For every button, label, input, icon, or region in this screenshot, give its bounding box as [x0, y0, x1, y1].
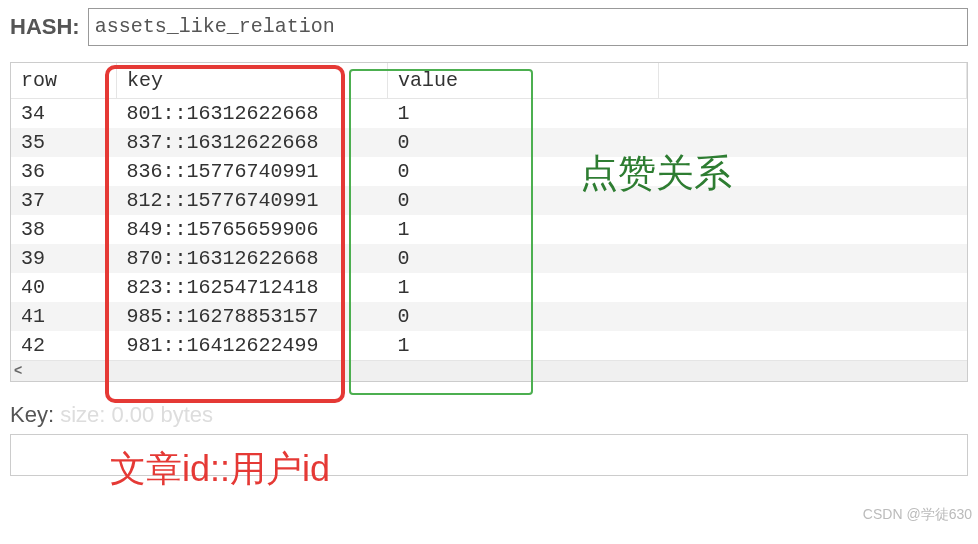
cell-key: 981::16412622499	[117, 331, 388, 360]
cell-value: 0	[388, 244, 659, 273]
cell-row: 34	[11, 99, 117, 129]
watermark: CSDN @学徒630	[863, 506, 972, 524]
column-header-key[interactable]: key	[117, 63, 388, 99]
annotation-id-format: 文章id::用户id	[110, 445, 330, 494]
cell-key: 801::16312622668	[117, 99, 388, 129]
cell-empty	[659, 331, 967, 360]
cell-value: 1	[388, 331, 659, 360]
hash-input[interactable]	[88, 8, 968, 46]
column-header-empty	[659, 63, 967, 99]
table-row[interactable]: 37812::157767409910	[11, 186, 967, 215]
cell-key: 836::15776740991	[117, 157, 388, 186]
table-row[interactable]: 41985::162788531570	[11, 302, 967, 331]
table-row[interactable]: 42981::164126224991	[11, 331, 967, 360]
cell-key: 849::15765659906	[117, 215, 388, 244]
cell-empty	[659, 244, 967, 273]
cell-key: 812::15776740991	[117, 186, 388, 215]
cell-key: 985::16278853157	[117, 302, 388, 331]
cell-empty	[659, 215, 967, 244]
hash-label: HASH:	[10, 14, 80, 40]
table-row[interactable]: 35837::163126226680	[11, 128, 967, 157]
cell-value: 0	[388, 302, 659, 331]
cell-row: 41	[11, 302, 117, 331]
cell-row: 37	[11, 186, 117, 215]
cell-empty	[659, 273, 967, 302]
column-header-row[interactable]: row	[11, 63, 117, 99]
table-row[interactable]: 36836::157767409910	[11, 157, 967, 186]
data-table: row key value 34801::16312622668135837::…	[11, 63, 967, 360]
cell-row: 35	[11, 128, 117, 157]
cell-key: 870::16312622668	[117, 244, 388, 273]
annotation-like-relation: 点赞关系	[580, 148, 732, 199]
data-table-container: row key value 34801::16312622668135837::…	[10, 62, 968, 382]
cell-row: 40	[11, 273, 117, 302]
table-row[interactable]: 40823::162547124181	[11, 273, 967, 302]
cell-value: 1	[388, 215, 659, 244]
cell-empty	[659, 302, 967, 331]
cell-value: 1	[388, 273, 659, 302]
key-label: Key:	[10, 402, 54, 427]
cell-key: 837::16312622668	[117, 128, 388, 157]
table-row[interactable]: 39870::163126226680	[11, 244, 967, 273]
key-size-info: size: 0.00 bytes	[54, 402, 213, 427]
column-header-value[interactable]: value	[388, 63, 659, 99]
cell-value: 1	[388, 99, 659, 129]
horizontal-scrollbar[interactable]: <	[11, 360, 967, 381]
scroll-left-icon[interactable]: <	[14, 363, 30, 379]
cell-row: 38	[11, 215, 117, 244]
cell-row: 36	[11, 157, 117, 186]
cell-key: 823::16254712418	[117, 273, 388, 302]
cell-empty	[659, 99, 967, 129]
table-row[interactable]: 38849::157656599061	[11, 215, 967, 244]
cell-row: 42	[11, 331, 117, 360]
cell-row: 39	[11, 244, 117, 273]
table-row[interactable]: 34801::163126226681	[11, 99, 967, 129]
